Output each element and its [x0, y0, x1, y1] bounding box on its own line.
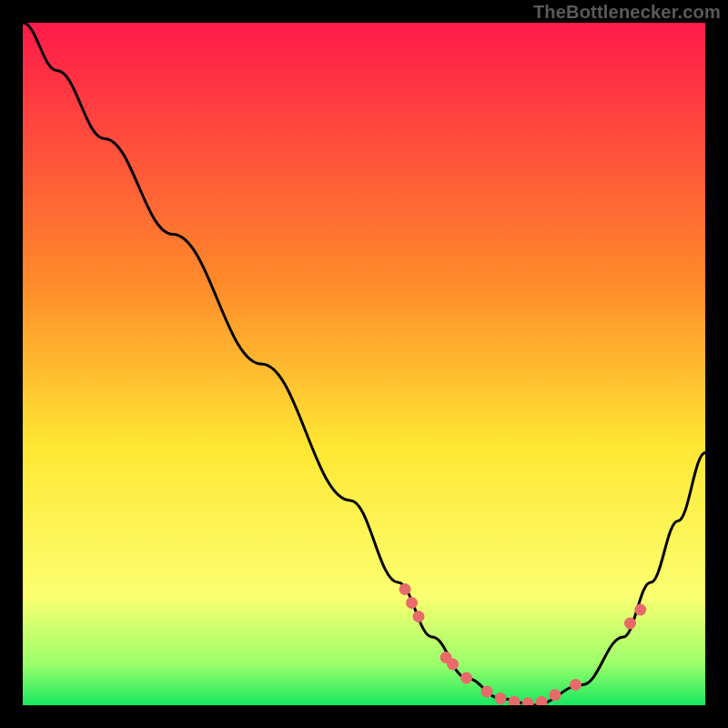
curve-marker [406, 597, 418, 609]
curve-marker [481, 686, 493, 698]
curve-marker [495, 693, 507, 704]
curve-marker [460, 672, 472, 684]
curve-marker [447, 659, 459, 671]
curve-marker [550, 689, 561, 701]
curve-marker [624, 618, 636, 630]
curve-marker [634, 604, 646, 616]
gradient-bg [23, 23, 705, 705]
curve-marker [399, 583, 411, 595]
chart-frame [23, 23, 705, 705]
chart-svg [23, 23, 705, 705]
curve-marker [413, 611, 425, 622]
attribution-label: TheBottlenecker.com [533, 2, 721, 23]
curve-marker [570, 679, 581, 691]
